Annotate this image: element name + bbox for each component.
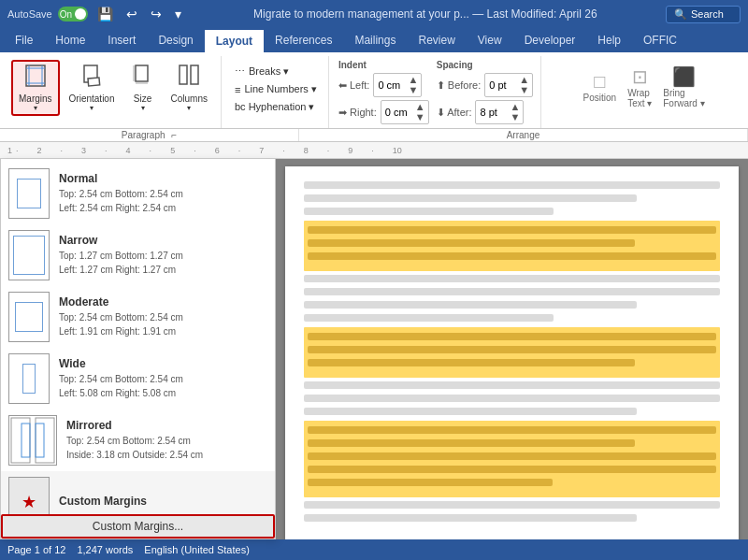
tab-insert[interactable]: Insert bbox=[96, 28, 147, 52]
spacing-before-down[interactable]: ▼ bbox=[519, 85, 545, 95]
doc-highlight-line-2 bbox=[308, 239, 635, 247]
bring-forward-label: Bring Forward ▾ bbox=[663, 88, 704, 108]
doc-line-10 bbox=[304, 408, 637, 415]
autosave-toggle[interactable]: On bbox=[58, 7, 88, 22]
doc-line-4 bbox=[304, 275, 720, 282]
quick-access-icon[interactable]: ▾ bbox=[171, 5, 185, 23]
tab-file[interactable]: File bbox=[4, 28, 44, 52]
spacing-after-down[interactable]: ▼ bbox=[510, 112, 536, 122]
search-box[interactable]: 🔍 Search bbox=[666, 6, 741, 23]
breaks-icon: ⋯ bbox=[235, 65, 245, 78]
svg-rect-7 bbox=[136, 65, 148, 81]
margin-icon-inner-normal bbox=[17, 179, 41, 208]
margin-item-narrow[interactable]: Narrow Top: 1.27 cm Bottom: 1.27 cmLeft:… bbox=[1, 224, 275, 286]
svg-rect-15 bbox=[36, 424, 44, 457]
orientation-button[interactable]: Orientation ▾ bbox=[64, 62, 121, 114]
custom-margins-star-icon: ★ bbox=[22, 492, 36, 512]
ruler-mark-4: · bbox=[61, 146, 64, 155]
columns-button[interactable]: Columns ▾ bbox=[165, 62, 213, 114]
size-label: Size bbox=[134, 93, 151, 104]
margin-text-custom: Custom Margins bbox=[59, 495, 267, 510]
ruler-mark-13: 7 bbox=[259, 146, 264, 155]
spacing-before-value[interactable] bbox=[487, 79, 519, 91]
undo-icon[interactable]: ↩ bbox=[122, 5, 141, 23]
doc-highlight-line-1 bbox=[308, 226, 716, 234]
title-bar: AutoSave On 💾 ↩ ↪ ▾ Migrate to modern ma… bbox=[0, 0, 748, 28]
doc-line-2 bbox=[304, 194, 637, 202]
ruler-mark-1: 1 bbox=[7, 146, 12, 155]
indent-left-down[interactable]: ▼ bbox=[408, 85, 434, 95]
breaks-label: Breaks ▾ bbox=[249, 65, 289, 78]
custom-margins-button[interactable]: Custom Margins... bbox=[1, 514, 275, 538]
tab-office[interactable]: OFFIC bbox=[632, 28, 688, 52]
margin-item-moderate[interactable]: Moderate Top: 2.54 cm Bottom: 2.54 cmLef… bbox=[1, 286, 275, 348]
hyphenation-button[interactable]: bc Hyphenation ▾ bbox=[231, 99, 321, 115]
tab-references[interactable]: References bbox=[264, 28, 343, 52]
redo-icon[interactable]: ↪ bbox=[147, 5, 165, 23]
indent-left-value[interactable] bbox=[376, 79, 408, 91]
tab-layout[interactable]: Layout bbox=[205, 28, 264, 52]
doc-line-9 bbox=[304, 395, 720, 402]
doc-line-11 bbox=[304, 501, 720, 509]
margin-icon-moderate bbox=[8, 292, 50, 342]
doc-highlight3-line-1 bbox=[308, 426, 716, 434]
position-label: Position bbox=[583, 93, 617, 103]
save-icon[interactable]: 💾 bbox=[94, 5, 117, 23]
margin-item-custom[interactable]: ★ Custom Margins bbox=[1, 471, 275, 514]
indent-label: Indent bbox=[338, 60, 429, 70]
indent-right-value[interactable] bbox=[383, 107, 415, 118]
spacing-after-value[interactable] bbox=[478, 107, 510, 118]
doc-highlight-line-3 bbox=[308, 252, 716, 260]
ruler-mark-17: 9 bbox=[348, 146, 352, 155]
tab-home[interactable]: Home bbox=[44, 28, 96, 52]
columns-label: Columns bbox=[171, 93, 208, 104]
hyphenation-label: bc Hyphenation ▾ bbox=[235, 101, 315, 113]
title-bar-right: 🔍 Search bbox=[666, 6, 741, 23]
linenumbers-icon: ≡ bbox=[235, 84, 240, 95]
doc-highlight3-line-4 bbox=[308, 466, 716, 473]
indent-right-input[interactable]: ▲ ▼ bbox=[381, 100, 429, 124]
tab-mailings[interactable]: Mailings bbox=[343, 28, 407, 52]
spacing-after-input[interactable]: ▲ ▼ bbox=[475, 100, 524, 124]
doc-highlight3-line-5 bbox=[308, 479, 553, 486]
margin-item-normal[interactable]: Normal Top: 2.54 cm Bottom: 2.54 cmLeft:… bbox=[1, 163, 275, 224]
doc-highlight3-line-2 bbox=[308, 439, 635, 447]
tab-developer[interactable]: Developer bbox=[513, 28, 587, 52]
tab-review[interactable]: Review bbox=[407, 28, 466, 52]
breaks-button[interactable]: ⋯ Breaks ▾ bbox=[231, 64, 321, 79]
status-bar: Page 1 of 12 1,247 words English (United… bbox=[0, 539, 748, 560]
indent-left-input[interactable]: ▲ ▼ bbox=[373, 73, 422, 97]
position-icon: □ bbox=[594, 71, 605, 93]
doc-line-3 bbox=[304, 208, 554, 215]
doc-highlight2-line-2 bbox=[308, 346, 716, 353]
margins-icon bbox=[23, 64, 48, 92]
arrange-label: Arrange bbox=[507, 130, 540, 140]
ruler-mark-8: · bbox=[150, 146, 152, 155]
spacing-after-row: ⬇ After: ▲ ▼ bbox=[437, 100, 534, 124]
tab-view[interactable]: View bbox=[467, 28, 513, 52]
doc-highlight-2 bbox=[304, 327, 720, 378]
linenumbers-button[interactable]: ≡ Line Numbers ▾ bbox=[231, 81, 321, 97]
doc-highlight2-line-3 bbox=[308, 359, 635, 366]
size-button[interactable]: Size ▾ bbox=[124, 62, 162, 114]
margins-dropdown: Normal Top: 2.54 cm Bottom: 2.54 cmLeft:… bbox=[0, 159, 276, 539]
tab-help[interactable]: Help bbox=[586, 28, 632, 52]
breaks-small-group: ⋯ Breaks ▾ ≡ Line Numbers ▾ bc Hyphenati… bbox=[231, 64, 321, 115]
linenumbers-label: Line Numbers ▾ bbox=[244, 83, 317, 95]
paragraph-expand-icon[interactable]: ⌐ bbox=[171, 130, 177, 140]
indent-col: Indent ⬅ Left: ▲ ▼ ➡ Right: bbox=[338, 60, 429, 124]
spacing-before-arrows: ▲ ▼ bbox=[519, 75, 545, 95]
ruler-mark-5: 3 bbox=[81, 146, 86, 155]
margins-list[interactable]: Normal Top: 2.54 cm Bottom: 2.54 cmLeft:… bbox=[1, 159, 275, 514]
spacing-after-label: ⬇ After: bbox=[437, 107, 472, 119]
margin-item-wide[interactable]: Wide Top: 2.54 cm Bottom: 2.54 cmLeft: 5… bbox=[1, 348, 275, 409]
spacing-before-input[interactable]: ▲ ▼ bbox=[484, 73, 533, 97]
ruler-mark-10: · bbox=[194, 146, 196, 155]
margins-button[interactable]: Margins ▾ bbox=[11, 60, 60, 116]
margin-text-narrow: Narrow Top: 1.27 cm Bottom: 1.27 cmLeft:… bbox=[59, 234, 267, 277]
tab-design[interactable]: Design bbox=[147, 28, 204, 52]
margin-name-narrow: Narrow bbox=[59, 234, 267, 247]
margin-name-wide: Wide bbox=[59, 357, 267, 370]
margin-item-mirrored[interactable]: Mirrored Top: 2.54 cm Bottom: 2.54 cmIns… bbox=[1, 409, 275, 471]
margin-name-custom: Custom Margins bbox=[59, 495, 267, 508]
